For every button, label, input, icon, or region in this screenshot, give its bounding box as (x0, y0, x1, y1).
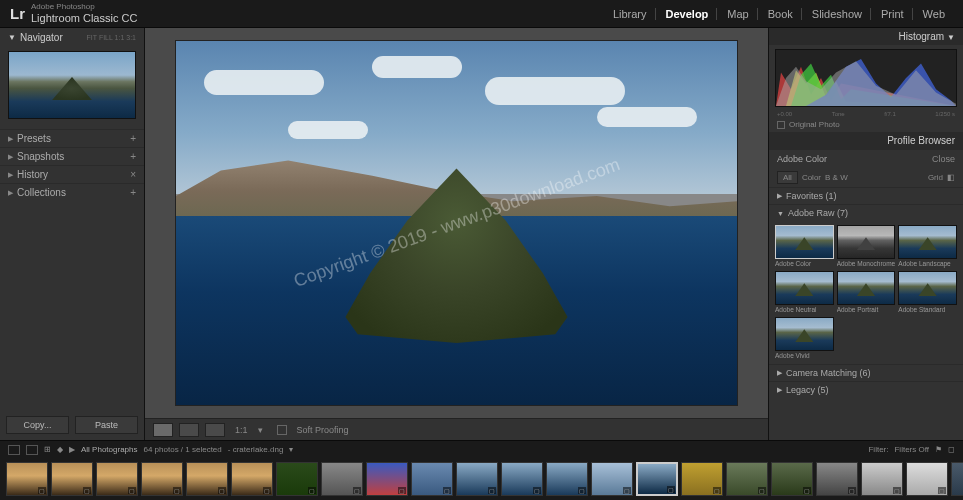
navigator-preview[interactable] (8, 51, 136, 119)
module-web[interactable]: Web (915, 8, 953, 20)
right-panel: Histogram▼ +0.00 Tone f/7.1 1/250 s (768, 28, 963, 440)
module-slideshow[interactable]: Slideshow (804, 8, 871, 20)
filmstrip-thumb[interactable]: ▢ (951, 462, 963, 496)
profile-adobe-portrait[interactable] (837, 271, 896, 305)
second-window-icon[interactable] (26, 445, 38, 455)
filter-label: Filter: (868, 445, 888, 454)
forward-icon[interactable]: ▶ (69, 445, 75, 454)
panel-presets[interactable]: ▶Presets+ (0, 129, 144, 147)
profile-adobe-standard[interactable] (898, 271, 957, 305)
profile-adobe-monochrome[interactable] (837, 225, 896, 259)
before-after-button[interactable] (179, 423, 199, 437)
filter-color[interactable]: Color (802, 173, 821, 182)
flag-filter-icon[interactable]: ⚑ (935, 445, 942, 454)
filter-lock-icon[interactable]: ◻ (948, 445, 955, 454)
module-map[interactable]: Map (719, 8, 757, 20)
filmstrip-thumb[interactable]: ▢ (681, 462, 723, 496)
favorites-section[interactable]: ▶Favorites (1) (769, 187, 963, 204)
filmstrip[interactable]: ▢ ▢ ▢ ▢ ▢ ▢ ▢ ▢ ▢ ▢ ▢ ▢ ▢ ▢ ▢ ▢ ▢ ▢ ▢ ▢ … (0, 458, 963, 500)
panel-history[interactable]: ▶History× (0, 165, 144, 183)
grid-icon[interactable]: ⊞ (44, 445, 51, 454)
profile-adobe-neutral[interactable] (775, 271, 834, 305)
main-window-icon[interactable] (8, 445, 20, 455)
filmstrip-thumb[interactable]: ▢ (861, 462, 903, 496)
filmstrip-thumb[interactable]: ▢ (366, 462, 408, 496)
source-label[interactable]: All Photographs (81, 445, 137, 454)
filmstrip-thumb[interactable]: ▢ (96, 462, 138, 496)
filmstrip-thumb[interactable]: ▢ (456, 462, 498, 496)
legacy-section[interactable]: ▶Legacy (5) (769, 381, 963, 398)
soft-proof-checkbox[interactable] (277, 425, 287, 435)
filmstrip-thumb[interactable]: ▢ (6, 462, 48, 496)
profile-adobe-vivid[interactable] (775, 317, 834, 351)
module-library[interactable]: Library (605, 8, 656, 20)
filter-all[interactable]: All (777, 171, 798, 184)
module-print[interactable]: Print (873, 8, 913, 20)
adobe-raw-section[interactable]: ▼Adobe Raw (7) (769, 204, 963, 221)
profile-browser-header: Profile Browser (769, 132, 963, 149)
filmstrip-thumb[interactable]: ▢ (906, 462, 948, 496)
back-icon[interactable]: ◆ (57, 445, 63, 454)
original-photo-row[interactable]: Original Photo (769, 117, 963, 132)
filmstrip-thumb[interactable]: ▢ (501, 462, 543, 496)
navigator-header[interactable]: ▼ Navigator FIT FILL 1:1 3:1 (0, 28, 144, 47)
profile-adobe-landscape[interactable] (898, 225, 957, 259)
filmstrip-thumb[interactable]: ▢ (591, 462, 633, 496)
paste-button[interactable]: Paste (75, 416, 138, 434)
top-bar: Lr Adobe Photoshop Lightroom Classic CC … (0, 0, 963, 28)
filmstrip-thumb[interactable]: ▢ (816, 462, 858, 496)
filmstrip-thumb[interactable]: ▢ (231, 462, 273, 496)
app-logo: Lr (10, 5, 25, 22)
navigator-zoom[interactable]: FIT FILL 1:1 3:1 (87, 34, 136, 41)
center-area: Copyright © 2019 - www.p30download.com 1… (145, 28, 768, 440)
panel-collections[interactable]: ▶Collections+ (0, 183, 144, 201)
filter-bw[interactable]: B & W (825, 173, 848, 182)
develop-toolbar: 1:1 ▾ Soft Proofing (145, 418, 768, 440)
filmstrip-thumb[interactable]: ▢ (186, 462, 228, 496)
filmstrip-thumb[interactable]: ▢ (51, 462, 93, 496)
copy-button[interactable]: Copy... (6, 416, 69, 434)
grid-toggle[interactable]: Grid (928, 173, 943, 182)
histogram-header[interactable]: Histogram▼ (769, 28, 963, 45)
zoom-label: 1:1 (235, 425, 248, 435)
histogram[interactable] (775, 49, 957, 107)
profile-grid: Adobe Color Adobe Monochrome Adobe Lands… (769, 221, 963, 364)
photo-count: 64 photos / 1 selected (143, 445, 221, 454)
filmstrip-thumb-selected[interactable]: ▢ (636, 462, 678, 496)
filmstrip-thumb[interactable]: ▢ (411, 462, 453, 496)
module-picker: Library Develop Map Book Slideshow Print… (605, 8, 953, 20)
panel-snapshots[interactable]: ▶Snapshots+ (0, 147, 144, 165)
filmstrip-thumb[interactable]: ▢ (771, 462, 813, 496)
filmstrip-info-bar: ⊞ ◆ ▶ All Photographs 64 photos / 1 sele… (0, 440, 963, 458)
filmstrip-thumb[interactable]: ▢ (141, 462, 183, 496)
module-book[interactable]: Book (760, 8, 802, 20)
loupe-view-button[interactable] (153, 423, 173, 437)
filmstrip-thumb[interactable]: ▢ (321, 462, 363, 496)
filmstrip-thumb[interactable]: ▢ (546, 462, 588, 496)
filmstrip-thumb[interactable]: ▢ (726, 462, 768, 496)
compare-button[interactable] (205, 423, 225, 437)
left-panel: ▼ Navigator FIT FILL 1:1 3:1 ▶Presets+ ▶… (0, 28, 145, 440)
soft-proof-label: Soft Proofing (297, 425, 349, 435)
brand-text: Adobe Photoshop Lightroom Classic CC (31, 3, 137, 24)
current-profile: Adobe Color (777, 154, 827, 164)
filmstrip-thumb[interactable]: ▢ (276, 462, 318, 496)
filter-value[interactable]: Filters Off (894, 445, 929, 454)
profile-adobe-color[interactable] (775, 225, 834, 259)
checkbox-icon[interactable] (777, 121, 785, 129)
module-develop[interactable]: Develop (658, 8, 718, 20)
camera-matching-section[interactable]: ▶Camera Matching (6) (769, 364, 963, 381)
image-canvas[interactable]: Copyright © 2019 - www.p30download.com (175, 40, 738, 406)
close-button[interactable]: Close (932, 154, 955, 164)
filename-label: - craterlake.dng (228, 445, 284, 454)
chevron-down-icon: ▼ (8, 33, 16, 42)
